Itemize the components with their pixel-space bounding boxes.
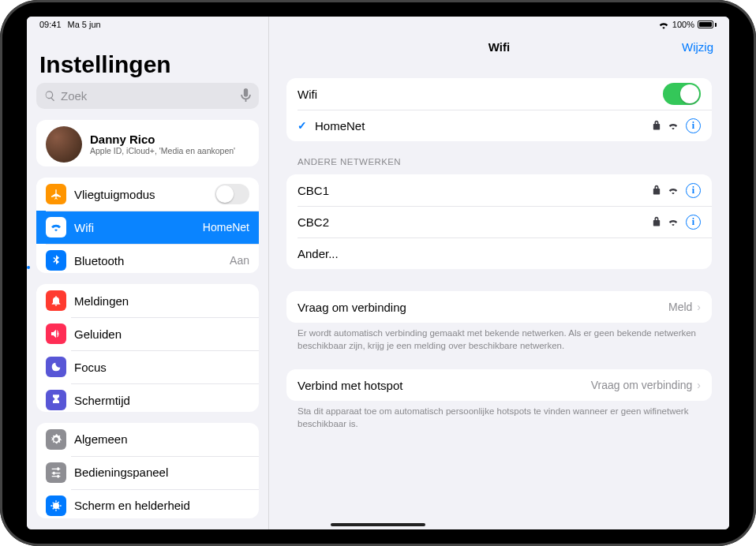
sidebar-item-control-center[interactable]: Bedieningspaneel: [36, 456, 259, 489]
bluetooth-label: Bluetooth: [74, 254, 124, 267]
notifications-label: Meldingen: [74, 294, 129, 308]
moon-icon: [50, 361, 62, 373]
lock-icon: [653, 216, 661, 226]
search-input[interactable]: Zoek: [36, 83, 259, 109]
wifi-row-label: Wifi: [298, 88, 317, 101]
sidebar-item-sounds[interactable]: Geluiden: [36, 317, 259, 350]
status-time: 09:41: [39, 20, 62, 29]
sounds-label: Geluiden: [74, 327, 122, 341]
profile-name: Danny Rico: [90, 133, 235, 146]
sun-icon: [50, 499, 62, 512]
connected-network-row[interactable]: ✓ HomeNet i: [286, 110, 712, 141]
bell-icon: [50, 294, 62, 307]
side-indicator: [27, 266, 30, 269]
wifi-icon: [50, 221, 62, 234]
sliders-icon: [50, 466, 62, 479]
wifi-value: HomeNet: [203, 221, 249, 234]
sidebar-item-screentime[interactable]: Schermtijd: [36, 383, 259, 411]
info-button[interactable]: i: [686, 118, 701, 133]
signal-icon: [668, 122, 679, 130]
search-icon: [44, 90, 56, 102]
lock-icon: [653, 185, 661, 195]
lock-icon: [653, 120, 661, 130]
info-button[interactable]: i: [686, 215, 701, 230]
mic-icon[interactable]: [241, 88, 251, 103]
apple-id-row[interactable]: Danny Rico Apple ID, iCloud+, 'Media en …: [36, 120, 259, 167]
edit-button[interactable]: Wijzig: [682, 40, 713, 54]
wifi-toggle[interactable]: [663, 83, 701, 105]
status-bar: 09:41 Ma 5 jun 100%: [27, 17, 729, 32]
screentime-label: Schermtijd: [74, 394, 130, 407]
hotspot-label: Verbind met hotspot: [298, 379, 402, 392]
airplane-label: Vliegtuigmodus: [74, 188, 155, 201]
speaker-icon: [50, 327, 62, 340]
chevron-right-icon: ›: [697, 301, 701, 313]
other-network-row[interactable]: Ander...: [286, 237, 712, 269]
display-label: Scherm en helderheid: [74, 499, 190, 512]
detail-pane: Wifi Wijzig Wifi ✓ HomeNet i ANDERE NETW…: [268, 17, 729, 529]
sidebar-item-bluetooth[interactable]: Bluetooth Aan: [36, 244, 259, 273]
sidebar-item-display[interactable]: Scherm en helderheid: [36, 489, 259, 518]
sidebar-item-wifi[interactable]: Wifi HomeNet: [36, 211, 259, 244]
network-row[interactable]: CBC1 i: [286, 174, 712, 206]
ask-to-join-row[interactable]: Vraag om verbinding Meld›: [286, 291, 712, 323]
network-row[interactable]: CBC2 i: [286, 206, 712, 237]
page-title: Instellingen: [39, 51, 256, 78]
control-label: Bedieningspaneel: [74, 466, 168, 479]
bluetooth-value: Aan: [230, 254, 249, 267]
network-name: CBC2: [298, 215, 329, 229]
battery-icon: [698, 21, 717, 28]
signal-icon: [668, 218, 679, 226]
info-button[interactable]: i: [686, 183, 701, 198]
sidebar-item-airplane[interactable]: Vliegtuigmodus: [36, 178, 259, 211]
signal-icon: [668, 186, 679, 195]
hourglass-icon: [50, 394, 62, 406]
other-network-label: Ander...: [298, 247, 339, 260]
ask-to-join-label: Vraag om verbinding: [298, 301, 406, 314]
bluetooth-icon: [50, 254, 62, 267]
home-indicator[interactable]: [331, 523, 425, 526]
status-date: Ma 5 jun: [68, 20, 101, 29]
wifi-label: Wifi: [74, 221, 94, 234]
connected-network-name: HomeNet: [315, 119, 365, 133]
focus-label: Focus: [74, 361, 107, 374]
ask-to-join-footnote: Er wordt automatisch verbinding gemaakt …: [298, 327, 701, 352]
profile-sub: Apple ID, iCloud+, 'Media en aankopen': [90, 146, 235, 155]
chevron-right-icon: ›: [697, 379, 701, 391]
ask-to-join-value: Meld: [668, 301, 692, 313]
sidebar-item-notifications[interactable]: Meldingen: [36, 284, 259, 317]
sidebar-item-general[interactable]: Algemeen: [36, 423, 259, 456]
detail-navbar: Wifi Wijzig: [269, 29, 729, 64]
sidebar-item-focus[interactable]: Focus: [36, 350, 259, 383]
network-name: CBC1: [298, 184, 329, 197]
hotspot-value: Vraag om verbinding: [591, 379, 693, 391]
wifi-toggle-row: Wifi: [286, 78, 712, 110]
general-label: Algemeen: [74, 432, 128, 446]
checkmark-icon: ✓: [298, 119, 307, 132]
avatar: [46, 126, 82, 163]
airplane-toggle[interactable]: [215, 184, 249, 204]
settings-sidebar: Instellingen Zoek Danny Rico Apple ID, i…: [27, 17, 268, 529]
detail-title: Wifi: [488, 40, 510, 54]
hotspot-footnote: Sta dit apparaat toe om automatisch pers…: [298, 406, 701, 430]
airplane-icon: [50, 188, 62, 200]
gear-icon: [50, 433, 62, 446]
hotspot-row[interactable]: Verbind met hotspot Vraag om verbinding›: [286, 369, 712, 401]
search-placeholder: Zoek: [61, 89, 87, 103]
wifi-status-icon: [658, 21, 669, 29]
other-networks-header: ANDERE NETWERKEN: [298, 157, 701, 166]
battery-percent: 100%: [672, 20, 694, 29]
